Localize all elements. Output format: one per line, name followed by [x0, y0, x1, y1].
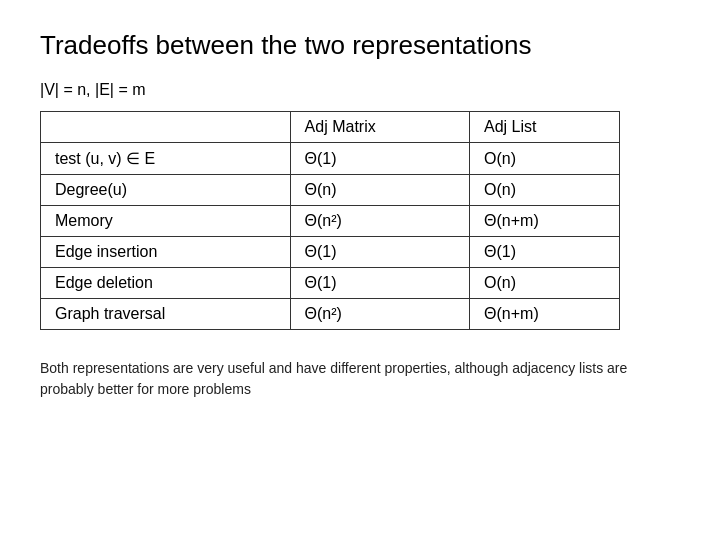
row-adj-list: Θ(n+m)	[470, 206, 620, 237]
row-adj-matrix: Θ(1)	[290, 268, 469, 299]
row-label: Graph traversal	[41, 299, 291, 330]
row-adj-matrix: Θ(1)	[290, 143, 469, 175]
table-row: test (u, v) ∈ EΘ(1)O(n)	[41, 143, 620, 175]
table-row: Degree(u)Θ(n)O(n)	[41, 175, 620, 206]
table-header-row: Adj Matrix Adj List	[41, 112, 620, 143]
row-label: Memory	[41, 206, 291, 237]
table-row: MemoryΘ(n²)Θ(n+m)	[41, 206, 620, 237]
row-adj-list: O(n)	[470, 143, 620, 175]
row-label: test (u, v) ∈ E	[41, 143, 291, 175]
row-adj-matrix: Θ(n²)	[290, 299, 469, 330]
row-adj-list: Θ(1)	[470, 237, 620, 268]
header-col-1: Adj Matrix	[290, 112, 469, 143]
comparison-table: Adj Matrix Adj List test (u, v) ∈ EΘ(1)O…	[40, 111, 620, 330]
row-adj-matrix: Θ(n)	[290, 175, 469, 206]
page-title: Tradeoffs between the two representation…	[40, 30, 680, 61]
row-label: Edge deletion	[41, 268, 291, 299]
row-adj-list: O(n)	[470, 175, 620, 206]
row-adj-matrix: Θ(n²)	[290, 206, 469, 237]
footer-text: Both representations are very useful and…	[40, 358, 660, 400]
table-row: Edge insertionΘ(1)Θ(1)	[41, 237, 620, 268]
row-label: Edge insertion	[41, 237, 291, 268]
header-col-0	[41, 112, 291, 143]
table-row: Edge deletionΘ(1)O(n)	[41, 268, 620, 299]
header-col-2: Adj List	[470, 112, 620, 143]
table-row: Graph traversalΘ(n²)Θ(n+m)	[41, 299, 620, 330]
row-adj-matrix: Θ(1)	[290, 237, 469, 268]
notation-label: |V| = n, |E| = m	[40, 81, 680, 99]
row-adj-list: Θ(n+m)	[470, 299, 620, 330]
row-label: Degree(u)	[41, 175, 291, 206]
row-adj-list: O(n)	[470, 268, 620, 299]
